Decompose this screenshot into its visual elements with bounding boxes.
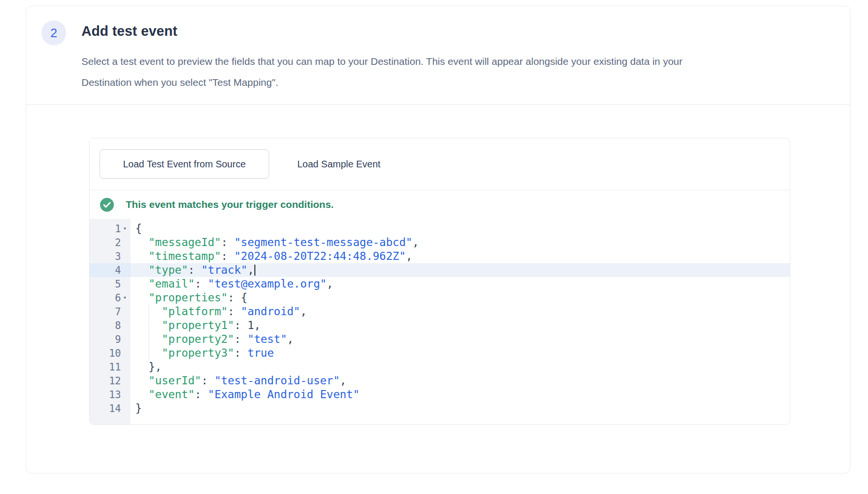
token-p: : [234, 347, 248, 359]
code-line-11[interactable]: }, [131, 360, 790, 374]
code-line-10[interactable]: "property3": true [131, 346, 790, 360]
indent-guide [149, 346, 149, 360]
line-number: 1 [115, 223, 121, 235]
load-sample-event-button[interactable]: Load Sample Event [297, 159, 381, 170]
token-k: "property1" [135, 319, 234, 331]
token-p: : [195, 278, 208, 290]
token-n: 1 [247, 319, 254, 331]
token-s: "android" [241, 305, 301, 318]
token-p: : [234, 319, 248, 331]
code-line-4[interactable]: "type": "track", [131, 263, 790, 277]
code-line-3[interactable]: "timestamp": "2024-08-20T22:44:48.962Z", [131, 249, 790, 263]
step-description-line-1: Select a test event to preview the field… [81, 51, 683, 72]
trigger-match-banner: This event matches your trigger conditio… [90, 190, 790, 219]
gutter-line-2: 2 [90, 236, 131, 249]
code-line-9[interactable]: "property2": "test", [131, 332, 790, 346]
token-k: "email" [135, 278, 195, 290]
token-s: "test-android-user" [214, 374, 340, 387]
code-line-1[interactable]: { [131, 222, 790, 236]
token-s: "Example Android Event" [208, 388, 360, 401]
fold-arrow-icon[interactable]: ▾ [121, 291, 129, 305]
token-p: , [340, 374, 346, 387]
line-number: 11 [109, 361, 121, 373]
line-number: 6 [115, 292, 121, 304]
token-p: }, [135, 360, 161, 373]
load-test-event-button[interactable]: Load Test Event from Source [100, 149, 269, 179]
token-p: , [300, 305, 307, 318]
token-k: "platform" [135, 305, 228, 318]
fold-arrow-icon[interactable]: ▾ [121, 222, 129, 236]
token-p: : [188, 264, 202, 276]
token-k: "messageId" [135, 236, 221, 248]
gutter-line-8: 8 [90, 319, 131, 332]
gutter-line-7: 7 [90, 305, 131, 319]
json-code-editor[interactable]: 1▾23456▾7891011121314 { "messageId": "se… [90, 219, 790, 424]
token-p: : [221, 250, 234, 262]
line-number: 14 [109, 403, 121, 414]
token-p: , [247, 264, 254, 276]
token-p: : { [228, 291, 248, 304]
gutter-line-9: 9 [90, 332, 131, 346]
line-number: 9 [115, 334, 121, 345]
token-p: , [413, 236, 419, 248]
token-p: : [221, 236, 234, 248]
token-p: : [228, 305, 241, 318]
code-line-14[interactable]: } [131, 401, 790, 415]
step-card: 2 Add test event Select a test event to … [26, 6, 850, 473]
token-p: : [234, 333, 248, 345]
token-k: "timestamp" [135, 250, 221, 262]
code-line-8[interactable]: "property1": 1, [131, 319, 790, 332]
token-k: "property3" [135, 347, 234, 359]
token-k: "property2" [135, 333, 234, 345]
editor-gutter: 1▾23456▾7891011121314 [90, 219, 131, 424]
token-s: "segment-test-message-abcd" [234, 236, 413, 248]
gutter-line-6: 6▾ [90, 291, 131, 305]
line-number: 2 [115, 237, 121, 248]
step-description-line-2: Destination when you select "Test Mappin… [81, 72, 683, 93]
token-p: , [287, 333, 294, 345]
gutter-line-4: 4 [90, 263, 131, 277]
line-number: 13 [109, 389, 121, 401]
gutter-line-3: 3 [90, 249, 131, 263]
token-k: "properties" [135, 291, 228, 304]
line-number: 5 [115, 278, 121, 290]
editor-code[interactable]: { "messageId": "segment-test-message-abc… [131, 219, 790, 424]
gutter-line-1: 1▾ [90, 222, 131, 236]
step-number-badge: 2 [41, 21, 66, 45]
indent-guide [149, 319, 149, 332]
header-divider [26, 104, 850, 105]
gutter-line-11: 11 [90, 360, 131, 374]
gutter-line-14: 14 [90, 401, 131, 415]
gutter-line-10: 10 [90, 346, 131, 360]
event-source-buttons-row: Load Test Event from Source Load Sample … [90, 138, 790, 190]
line-number: 7 [115, 306, 121, 318]
code-line-13[interactable]: "event": "Example Android Event" [131, 388, 790, 401]
step-description: Select a test event to preview the field… [81, 51, 683, 93]
test-event-panel: Load Test Event from Source Load Sample … [89, 138, 790, 425]
gutter-line-5: 5 [90, 277, 131, 291]
token-s: "2024-08-20T22:44:48.962Z" [234, 250, 406, 262]
code-line-7[interactable]: "platform": "android", [131, 305, 790, 319]
gutter-line-13: 13 [90, 388, 131, 401]
token-k: "type" [135, 264, 188, 276]
token-a: true [247, 347, 273, 359]
indent-guide [149, 305, 149, 319]
line-number: 4 [115, 265, 121, 276]
code-line-5[interactable]: "email": "test@example.org", [131, 277, 790, 291]
text-cursor [254, 265, 255, 276]
code-line-6[interactable]: "properties": { [131, 291, 790, 305]
token-p: , [406, 250, 413, 262]
page-title: Add test event [81, 23, 177, 39]
token-s: "track" [201, 264, 247, 276]
token-p: , [327, 278, 333, 290]
code-line-12[interactable]: "userId": "test-android-user", [131, 374, 790, 388]
code-line-2[interactable]: "messageId": "segment-test-message-abcd"… [131, 236, 790, 249]
token-k: "userId" [135, 374, 201, 387]
token-k: "event" [135, 388, 195, 401]
token-s: "test@example.org" [208, 278, 326, 290]
token-p: { [135, 222, 142, 235]
check-circle-icon [100, 198, 114, 212]
token-s: "test" [247, 333, 287, 345]
line-number: 12 [109, 375, 121, 387]
token-p: : [201, 374, 214, 387]
